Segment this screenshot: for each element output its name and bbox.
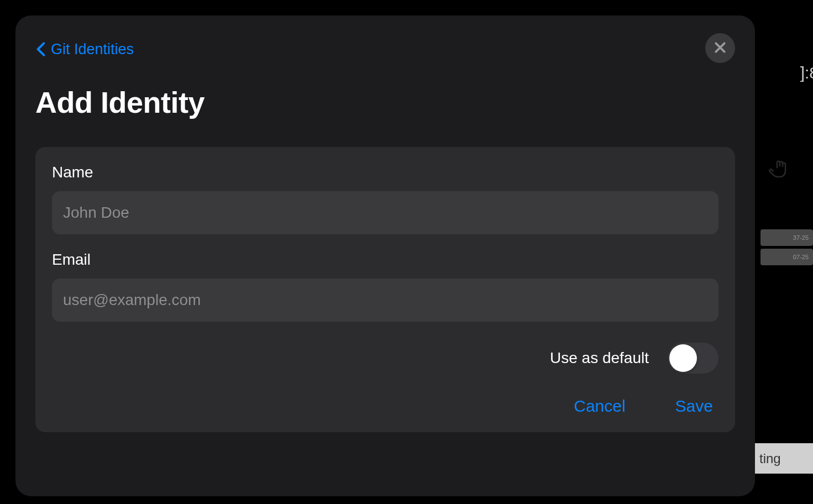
email-field-group: Email [52,251,718,322]
page-title: Add Identity [35,85,735,119]
email-label: Email [52,251,718,269]
backdrop-sidebar: ]:8 37-25 07-25 ting [752,0,813,504]
default-toggle-label: Use as default [550,349,649,367]
save-button[interactable]: Save [675,397,713,416]
close-icon [714,41,726,55]
form-card: Name Email Use as default Cancel Save [35,147,735,432]
name-field-group: Name [52,164,718,234]
chevron-left-icon [35,40,46,58]
toggle-knob [669,344,697,372]
backdrop-date-badge-1: 37-25 [760,229,813,246]
email-input[interactable] [52,279,718,322]
touch-icon [769,158,791,180]
back-button-label: Git Identities [51,41,134,58]
add-identity-modal: Git Identities Add Identity Name Email U… [15,15,755,496]
name-input[interactable] [52,191,718,234]
back-button[interactable]: Git Identities [35,40,134,58]
close-button[interactable] [705,33,735,63]
backdrop-bottom-text: ting [755,443,813,474]
default-toggle-row: Use as default [52,343,718,374]
name-label: Name [52,164,718,181]
modal-header: Git Identities [35,35,735,63]
cancel-button[interactable]: Cancel [574,397,625,416]
backdrop-port-text: ]:8 [800,64,813,82]
action-buttons: Cancel Save [52,397,718,416]
default-toggle[interactable] [668,343,718,374]
backdrop-date-badge-2: 07-25 [760,249,813,265]
